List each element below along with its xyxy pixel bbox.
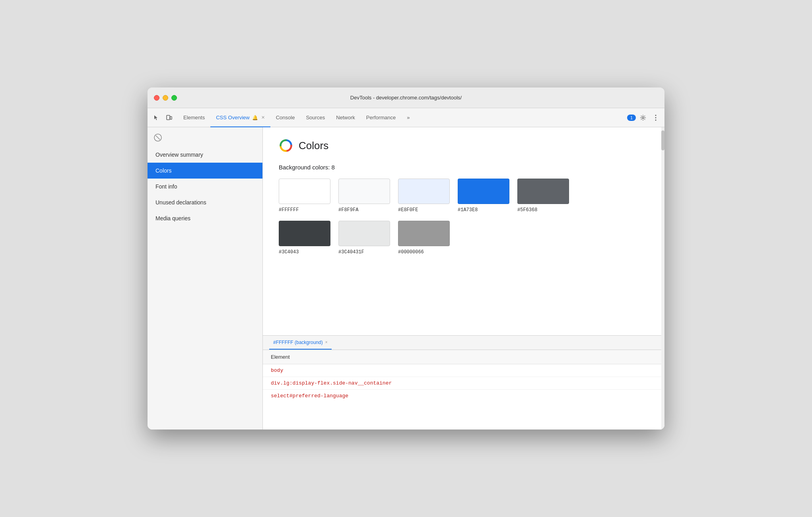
svg-rect-0 <box>167 115 170 120</box>
sidebar-item-font-info[interactable]: Font info <box>148 179 262 194</box>
color-label-1a73e8: #1A73E8 <box>458 207 478 213</box>
color-grid-row1: #FFFFFF #F8F9FA #E8F0FE #1A73E8 <box>279 179 649 213</box>
color-grid-row2: #3C4043 #3C40431F #00000066 <box>279 221 649 255</box>
sidebar-item-colors[interactable]: Colors <box>148 163 262 179</box>
color-item-f8f9fa[interactable]: #F8F9FA <box>338 179 390 213</box>
color-swatch-ffffff[interactable] <box>279 179 330 204</box>
color-item-00000066[interactable]: #00000066 <box>398 221 450 255</box>
color-label-3c40431f: #3C40431F <box>338 249 364 255</box>
svg-line-7 <box>156 136 160 140</box>
title-bar: DevTools - developer.chrome.com/tags/dev… <box>148 87 664 108</box>
scrollbar-thumb[interactable] <box>661 130 664 150</box>
right-panel: Colors Background colors: 8 #FFFFFF #F8F… <box>263 127 664 430</box>
bottom-tab-close-icon[interactable]: × <box>325 340 328 344</box>
window-title: DevTools - developer.chrome.com/tags/dev… <box>350 95 462 101</box>
bottom-tabs: #FFFFFF (background) × <box>263 336 664 350</box>
color-label-3c4043: #3C4043 <box>279 249 299 255</box>
svg-point-2 <box>642 117 644 119</box>
sidebar-top-icon <box>148 130 262 147</box>
cursor-icon[interactable] <box>151 112 162 123</box>
color-item-3c40431f[interactable]: #3C40431F <box>338 221 390 255</box>
color-swatch-1a73e8[interactable] <box>458 179 509 204</box>
color-item-ffffff[interactable]: #FFFFFF <box>279 179 330 213</box>
sidebar-item-media-queries[interactable]: Media queries <box>148 210 262 226</box>
color-label-ffffff: #FFFFFF <box>279 207 299 213</box>
tab-sources[interactable]: Sources <box>300 109 330 127</box>
svg-rect-1 <box>170 117 172 119</box>
tab-performance[interactable]: Performance <box>361 109 401 127</box>
element-column-header: Element <box>263 350 664 364</box>
toolbar-icons <box>151 108 175 127</box>
tab-close-css-overview[interactable]: ✕ <box>261 115 265 120</box>
tab-css-overview[interactable]: CSS Overview 🔔 ✕ <box>210 109 270 127</box>
panel-header: Colors <box>279 138 649 153</box>
tab-elements[interactable]: Elements <box>178 109 210 127</box>
tab-right-actions: 1 <box>627 108 661 127</box>
css-overview-badge-icon: 🔔 <box>252 115 258 121</box>
notification-badge[interactable]: 1 <box>627 115 636 121</box>
bottom-panel: #FFFFFF (background) × Element body div.… <box>263 335 664 430</box>
svg-point-3 <box>655 115 657 116</box>
tab-console[interactable]: Console <box>270 109 301 127</box>
color-swatch-3c40431f[interactable] <box>338 221 390 246</box>
sidebar-item-overview-summary[interactable]: Overview summary <box>148 147 262 163</box>
main-content: Overview summary Colors Font info Unused… <box>148 127 664 430</box>
panel-scroll[interactable]: Colors Background colors: 8 #FFFFFF #F8F… <box>263 127 664 335</box>
color-swatch-3c4043[interactable] <box>279 221 330 246</box>
color-label-5f6368: #5F6368 <box>517 207 537 213</box>
panel-title: Colors <box>299 140 328 152</box>
svg-point-4 <box>655 117 657 118</box>
svg-point-5 <box>655 119 657 121</box>
devtools-window: DevTools - developer.chrome.com/tags/dev… <box>148 87 664 430</box>
element-row-div[interactable]: div.lg:display-flex.side-nav__container <box>263 377 664 390</box>
scrollbar-track[interactable] <box>661 127 664 430</box>
background-colors-subtitle: Background colors: 8 <box>279 164 649 171</box>
element-row-select[interactable]: select#preferred-language <box>263 390 664 402</box>
sidebar: Overview summary Colors Font info Unused… <box>148 127 263 430</box>
color-label-e8f0fe: #E8F0FE <box>398 207 418 213</box>
tab-network[interactable]: Network <box>330 109 361 127</box>
color-swatch-00000066[interactable] <box>398 221 450 246</box>
color-item-3c4043[interactable]: #3C4043 <box>279 221 330 255</box>
color-swatch-e8f0fe[interactable] <box>398 179 450 204</box>
color-label-00000066: #00000066 <box>398 249 424 255</box>
settings-icon[interactable] <box>637 112 649 123</box>
color-item-e8f0fe[interactable]: #E8F0FE <box>398 179 450 213</box>
sidebar-item-unused-declarations[interactable]: Unused declarations <box>148 194 262 210</box>
color-item-1a73e8[interactable]: #1A73E8 <box>458 179 509 213</box>
color-item-5f6368[interactable]: #5F6368 <box>517 179 569 213</box>
color-swatch-f8f9fa[interactable] <box>338 179 390 204</box>
bottom-content: Element body div.lg:display-flex.side-na… <box>263 350 664 430</box>
bottom-tab-label: #FFFFFF (background) <box>273 340 323 345</box>
color-swatch-5f6368[interactable] <box>517 179 569 204</box>
close-button[interactable] <box>154 95 159 101</box>
element-row-body[interactable]: body <box>263 364 664 377</box>
tab-more[interactable]: » <box>401 109 415 127</box>
maximize-button[interactable] <box>171 95 177 101</box>
tab-bar: Elements CSS Overview 🔔 ✕ Console Source… <box>148 108 664 127</box>
traffic-lights <box>154 95 177 101</box>
device-icon[interactable] <box>163 112 175 123</box>
google-logo-icon <box>279 138 293 153</box>
color-label-f8f9fa: #F8F9FA <box>338 207 358 213</box>
minimize-button[interactable] <box>163 95 168 101</box>
more-options-icon[interactable] <box>650 112 661 123</box>
bottom-tab-ffffff[interactable]: #FFFFFF (background) × <box>269 336 332 350</box>
